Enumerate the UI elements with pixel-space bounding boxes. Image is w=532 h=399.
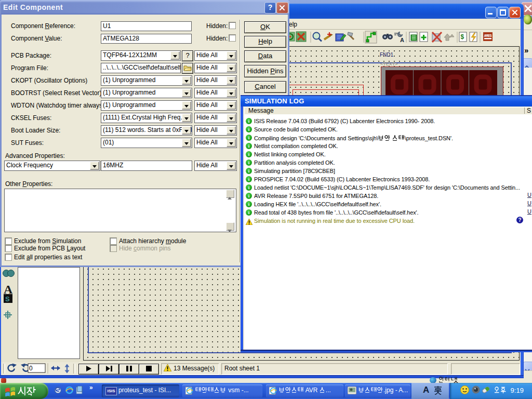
svg-text:ARES: ARES [484,34,493,37]
svg-text:0: 0 [29,365,33,372]
svg-text:S: S [5,295,10,303]
svg-text:A: A [400,37,404,43]
svg-text:$: $ [461,33,464,41]
